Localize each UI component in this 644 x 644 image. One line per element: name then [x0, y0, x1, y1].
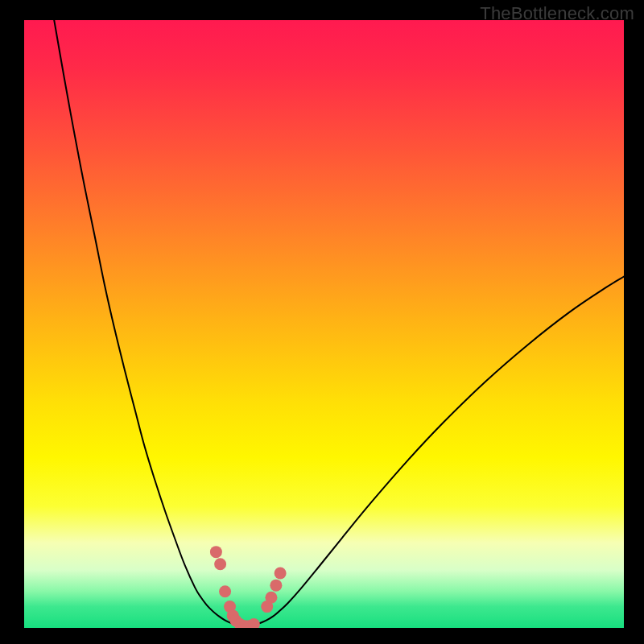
- watermark-text: TheBottleneck.com: [480, 3, 634, 24]
- data-dot: [214, 558, 226, 570]
- chart-svg: [24, 20, 624, 628]
- chart-frame: TheBottleneck.com: [0, 0, 644, 644]
- chart-plot-area: [24, 20, 624, 628]
- data-dot: [219, 585, 231, 597]
- data-dot: [270, 580, 282, 592]
- data-dot: [265, 592, 277, 604]
- data-dot: [275, 568, 287, 580]
- data-dot: [210, 546, 222, 558]
